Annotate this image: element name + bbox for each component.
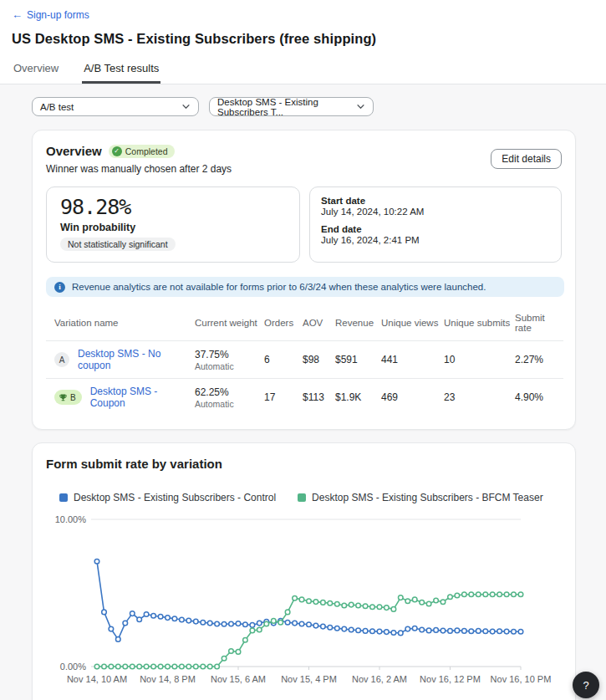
- check-circle-icon: ✓: [112, 146, 122, 156]
- svg-text:Nov 16, 10 PM: Nov 16, 10 PM: [491, 674, 552, 684]
- table-row: B Desktop SMS - Coupon 62.25% Automatic …: [46, 378, 563, 416]
- submit-rate-value: 2.27%: [515, 354, 563, 365]
- variant-b-winner-badge: B: [54, 390, 82, 405]
- back-link[interactable]: ← Sign-up forms: [12, 9, 89, 21]
- variant-b-badge-label: B: [70, 393, 76, 402]
- legend-item-control[interactable]: Desktop SMS - Existing Subscribers - Con…: [59, 492, 276, 503]
- weight-mode: Automatic: [195, 361, 264, 371]
- column-header-revenue: Revenue: [335, 318, 381, 328]
- legend-label-bfcm-teaser: Desktop SMS - Existing Subscribers - BFC…: [312, 492, 543, 503]
- winner-subtitle: Winner was manually chosen after 2 days: [46, 163, 562, 175]
- column-header-submit-rate: Submit rate: [515, 313, 563, 333]
- revenue-info-text: Revenue analytics are not available for …: [72, 282, 486, 292]
- end-date-label: End date: [321, 224, 550, 234]
- unique-submits-value: 23: [444, 391, 515, 403]
- column-header-current-weight: Current weight: [195, 318, 264, 328]
- page-title: US Desktop SMS - Existing Subscribers (f…: [12, 31, 594, 47]
- variant-a-link[interactable]: Desktop SMS - No coupon: [78, 348, 195, 371]
- revenue-value: $591: [335, 354, 381, 365]
- stat-row: 98.28% Win probability Not statistically…: [46, 186, 562, 263]
- column-header-unique-views: Unique views: [381, 318, 444, 328]
- significance-badge: Not statistically significant: [60, 238, 176, 251]
- svg-text:10.00%: 10.00%: [55, 514, 87, 524]
- submit-rate-value: 4.90%: [515, 391, 563, 403]
- start-date-value: July 14, 2024, 10:22 AM: [321, 207, 550, 217]
- table-row: A Desktop SMS - No coupon 37.75% Automat…: [46, 341, 563, 378]
- win-probability-value: 98.28%: [60, 195, 286, 219]
- svg-text:0.00%: 0.00%: [60, 662, 86, 672]
- column-header-unique-submits: Unique submits: [444, 318, 515, 328]
- filter-row: A/B test Desktop SMS - Existing Subscrib…: [32, 97, 606, 116]
- svg-text:Nov 15, 6 AM: Nov 15, 6 AM: [211, 674, 266, 684]
- weight-value: 62.25%: [195, 386, 264, 398]
- page-content: A/B test Desktop SMS - Existing Subscrib…: [0, 84, 606, 700]
- status-badge: ✓ Completed: [109, 145, 175, 158]
- legend-swatch-control: [59, 493, 68, 502]
- tab-overview[interactable]: Overview: [12, 58, 60, 84]
- column-header-aov: AOV: [303, 318, 335, 328]
- aov-value: $113: [303, 391, 335, 403]
- chart-legend: Desktop SMS - Existing Subscribers - Con…: [59, 492, 562, 503]
- back-link-label: Sign-up forms: [27, 9, 89, 21]
- end-date-value: July 16, 2024, 2:41 PM: [321, 235, 550, 245]
- unique-views-value: 441: [381, 354, 444, 365]
- svg-text:Nov 16, 2 AM: Nov 16, 2 AM: [352, 674, 407, 684]
- tab-bar: Overview A/B Test results: [0, 58, 606, 84]
- chevron-down-icon: [356, 102, 365, 111]
- revenue-value: $1.9K: [335, 391, 381, 403]
- edit-details-button[interactable]: Edit details: [491, 149, 562, 169]
- unique-views-value: 469: [381, 391, 444, 403]
- weight-value: 37.75%: [195, 349, 264, 360]
- trophy-icon: [59, 393, 68, 402]
- svg-text:Nov 14, 10 AM: Nov 14, 10 AM: [67, 674, 127, 684]
- chevron-down-icon: [181, 102, 191, 111]
- chart-title: Form submit rate by variation: [46, 457, 562, 471]
- back-arrow-icon: ←: [12, 9, 23, 20]
- start-date-label: Start date: [321, 196, 550, 206]
- legend-item-bfcm-teaser[interactable]: Desktop SMS - Existing Subscribers - BFC…: [298, 492, 543, 503]
- dates-box: Start date July 14, 2024, 10:22 AM End d…: [309, 186, 562, 263]
- orders-value: 6: [264, 354, 303, 365]
- table-header-row: Variation name Current weight Orders AOV…: [46, 308, 563, 341]
- aov-value: $98: [303, 354, 335, 365]
- win-probability-box: 98.28% Win probability Not statistically…: [46, 186, 300, 263]
- form-select-dropdown[interactable]: Desktop SMS - Existing Subscribers T...: [209, 97, 374, 116]
- unique-submits-value: 10: [444, 354, 515, 365]
- page-header: ← Sign-up forms US Desktop SMS - Existin…: [0, 0, 606, 84]
- orders-value: 17: [264, 391, 303, 403]
- svg-text:Nov 14, 8 PM: Nov 14, 8 PM: [140, 674, 196, 684]
- overview-heading: Overview: [46, 144, 102, 158]
- legend-label-control: Desktop SMS - Existing Subscribers - Con…: [74, 492, 276, 503]
- variations-table: Variation name Current weight Orders AOV…: [46, 308, 563, 416]
- column-header-orders: Orders: [264, 318, 303, 328]
- legend-swatch-bfcm-teaser: [298, 493, 306, 502]
- weight-mode: Automatic: [195, 399, 264, 409]
- column-header-variation-name: Variation name: [46, 318, 195, 328]
- status-badge-label: Completed: [125, 146, 168, 156]
- test-type-dropdown-value: A/B test: [40, 102, 74, 112]
- test-type-dropdown[interactable]: A/B test: [32, 97, 199, 116]
- info-icon: i: [54, 282, 65, 293]
- chart-card: Form submit rate by variation Desktop SM…: [32, 442, 576, 700]
- revenue-info-banner: i Revenue analytics are not available fo…: [46, 277, 564, 297]
- svg-text:Nov 16, 12 PM: Nov 16, 12 PM: [420, 674, 481, 684]
- win-probability-label: Win probability: [60, 222, 286, 233]
- tab-ab-test-results[interactable]: A/B Test results: [82, 58, 160, 84]
- submit-rate-line-chart[interactable]: 10.00%0.00%Nov 14, 10 AMNov 14, 8 PMNov …: [46, 508, 563, 700]
- variant-a-badge: A: [54, 352, 69, 367]
- overview-card: Overview ✓ Completed Edit details Winner…: [32, 130, 576, 430]
- variant-b-link[interactable]: Desktop SMS - Coupon: [90, 386, 195, 409]
- svg-text:Nov 15, 4 PM: Nov 15, 4 PM: [281, 674, 337, 684]
- form-select-dropdown-value: Desktop SMS - Existing Subscribers T...: [217, 97, 349, 117]
- help-button[interactable]: ?: [573, 672, 599, 698]
